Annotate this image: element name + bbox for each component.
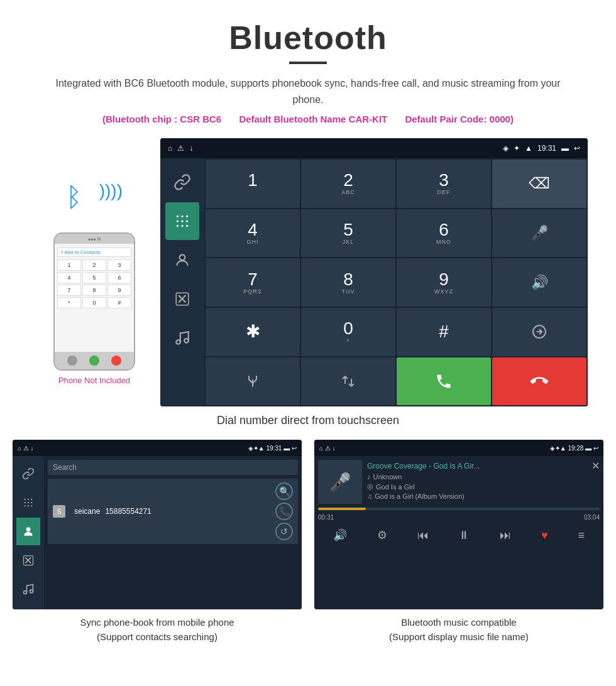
bottom-row: ⌂ ⚠ ↓ ◈✦▲ 19:31 ▬ ↩ xyxy=(0,440,616,644)
wifi-status-icon: ▲ xyxy=(525,144,532,153)
svg-point-14 xyxy=(25,499,26,500)
dial-key-star[interactable]: ✱ xyxy=(206,308,300,356)
time-current: 00:31 xyxy=(318,514,334,521)
dial-key-0[interactable]: 0 + xyxy=(301,308,395,356)
car-side-music-btn[interactable] xyxy=(165,319,199,357)
specs-line: (Bluetooth chip : CSR BC6 Default Blueto… xyxy=(0,114,616,124)
track-album: God Is a Girl xyxy=(376,483,415,491)
pb-status-left: ⌂ ⚠ ↓ xyxy=(18,445,34,452)
phonebook-card: ⌂ ⚠ ↓ ◈✦▲ 19:31 ▬ ↩ xyxy=(13,440,302,644)
album-art: 🎤 xyxy=(318,460,362,504)
phonebook-sidebar xyxy=(13,456,44,609)
playlist-btn[interactable]: ≡ xyxy=(578,529,585,542)
pb-recents-btn[interactable] xyxy=(16,547,40,574)
phone-key-3: 3 xyxy=(107,259,131,271)
music-card: ⌂ ⚠ ↓ ◈✦▲ 19:28 ▬ ↩ 🎤 Groove Coverage - … xyxy=(314,440,603,644)
dial-key-8[interactable]: 8 TUV xyxy=(301,258,395,307)
car-main-area: 1 2 ABC 3 DEF ⌫ 4 GHI xyxy=(160,158,588,406)
phone-key-6: 6 xyxy=(107,272,131,283)
spec-name: Default Bluetooth Name CAR-KIT xyxy=(239,114,387,124)
dial-key-3[interactable]: 3 DEF xyxy=(397,160,491,208)
back-icon[interactable]: ↩ xyxy=(574,144,580,153)
home-icon: ⌂ xyxy=(168,144,172,153)
pb-music-btn[interactable] xyxy=(16,575,40,603)
phone-screen: + Add to Contacts 1 2 3 4 5 6 7 8 9 * 0 … xyxy=(55,244,134,352)
spec-chip: (Bluetooth chip : CSR BC6 xyxy=(102,114,221,124)
svg-point-11 xyxy=(176,340,180,344)
phone-key-5: 5 xyxy=(82,272,106,283)
phone-key-2: 2 xyxy=(82,259,106,271)
car-side-recents-btn[interactable] xyxy=(165,280,199,318)
dial-key-4[interactable]: 4 GHI xyxy=(206,209,300,258)
phone-key-9: 9 xyxy=(107,285,131,296)
phonebook-screen: ⌂ ⚠ ↓ ◈✦▲ 19:31 ▬ ↩ xyxy=(13,440,302,609)
svg-point-19 xyxy=(31,502,32,503)
music-status-bar: ⌂ ⚠ ↓ ◈✦▲ 19:28 ▬ ↩ xyxy=(314,440,603,456)
play-pause-btn[interactable]: ⏸ xyxy=(458,529,470,542)
car-side-contacts-btn[interactable] xyxy=(165,241,199,279)
dial-key-9[interactable]: 9 WXYZ xyxy=(397,258,491,307)
pb-link-btn[interactable] xyxy=(16,460,40,487)
svg-point-21 xyxy=(28,505,29,506)
dial-key-volume[interactable]: 🔊 xyxy=(492,258,586,307)
volume-btn[interactable]: 🔊 xyxy=(333,528,347,542)
favorite-btn[interactable]: ♥ xyxy=(541,529,548,542)
svg-point-6 xyxy=(177,225,179,227)
dial-key-5[interactable]: 5 JKL xyxy=(301,209,395,258)
phone-key-0: 0 xyxy=(82,297,106,308)
dial-key-2[interactable]: 2 ABC xyxy=(301,160,395,208)
phone-key-7: 7 xyxy=(57,285,81,296)
phone-btn-endcall xyxy=(111,356,121,366)
dial-key-backspace[interactable]: ⌫ xyxy=(492,160,586,208)
next-btn[interactable]: ⏭ xyxy=(500,529,511,542)
track-album-line: ◎ God Is a Girl xyxy=(367,482,586,491)
search-contact-icon[interactable]: 🔍 xyxy=(275,482,293,500)
dial-key-6[interactable]: 6 MNO xyxy=(397,209,491,258)
phone-key-hash: # xyxy=(107,297,131,308)
track-artist-line: ♪ Unknown xyxy=(367,473,586,481)
phone-key-star: * xyxy=(57,297,81,308)
svg-point-0 xyxy=(177,215,179,217)
dial-key-1[interactable]: 1 xyxy=(206,160,300,208)
dial-key-call-red[interactable] xyxy=(492,357,586,406)
search-bar[interactable]: Search xyxy=(48,460,298,475)
music-content: 🎤 Groove Coverage - God Is A Gir... ♪ Un… xyxy=(314,456,603,548)
dial-key-merge[interactable] xyxy=(206,357,300,406)
svg-point-3 xyxy=(177,220,179,222)
progress-bar xyxy=(318,508,600,510)
track-info: Groove Coverage - God Is A Gir... ♪ Unkn… xyxy=(362,462,591,502)
svg-point-18 xyxy=(28,502,29,503)
page-title: Bluetooth xyxy=(0,0,616,62)
svg-point-8 xyxy=(186,225,188,227)
svg-point-15 xyxy=(28,499,29,500)
dial-key-transfer[interactable] xyxy=(492,308,586,356)
warning-icon: ⚠ xyxy=(177,144,184,153)
car-side-dialpad-btn[interactable] xyxy=(165,202,199,240)
phone-add-contact-label: + Add to Contacts xyxy=(57,248,131,257)
track-title: Groove Coverage - God Is A Gir... xyxy=(367,462,586,471)
svg-point-1 xyxy=(181,215,183,217)
main-screen-row: ᛒ )))) ●●● M + Add to Contacts 1 2 3 4 5… xyxy=(0,138,616,406)
phonebook-main: Search S seicane 15885554271 🔍 📞 ↺ xyxy=(13,456,302,609)
music-close-btn[interactable]: ✕ xyxy=(591,460,600,472)
prev-btn[interactable]: ⏮ xyxy=(417,529,429,542)
phone-btn-camera xyxy=(67,356,77,366)
refresh-contact-icon[interactable]: ↺ xyxy=(275,523,293,540)
call-contact-icon[interactable]: 📞 xyxy=(275,503,293,520)
phonebook-caption: Sync phone-book from mobile phone (Suppo… xyxy=(13,616,302,644)
svg-point-7 xyxy=(181,225,183,227)
car-time: 19:31 xyxy=(537,144,556,153)
contact-row[interactable]: S seicane 15885554271 🔍 📞 ↺ xyxy=(48,479,298,544)
equalizer-btn[interactable]: ⚙ xyxy=(377,528,387,542)
dial-key-mute[interactable]: 🎤 xyxy=(492,209,586,258)
dial-key-swap[interactable] xyxy=(301,357,395,406)
contact-info: S seicane 15885554271 xyxy=(53,505,275,518)
pb-contacts-btn[interactable] xyxy=(16,518,40,545)
dial-key-7[interactable]: 7 PQRS xyxy=(206,258,300,307)
car-side-link-btn[interactable] xyxy=(165,163,199,201)
dial-key-hash[interactable]: # xyxy=(397,308,491,356)
ms-status-left: ⌂ ⚠ ↓ xyxy=(319,445,336,452)
dial-key-call-green[interactable] xyxy=(397,357,491,406)
car-status-right: ◈ ✦ ▲ 19:31 ▬ ↩ xyxy=(503,144,580,153)
pb-dialpad-btn[interactable] xyxy=(16,489,40,516)
